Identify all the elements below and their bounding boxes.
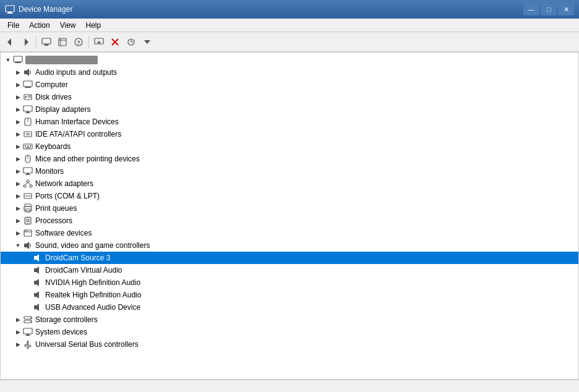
svg-point-50 xyxy=(24,185,26,187)
display-toggle[interactable]: ▶ xyxy=(13,104,23,114)
network-toggle[interactable]: ▶ xyxy=(13,179,23,189)
list-item-disk[interactable]: ▶ Disk drives xyxy=(1,91,578,103)
display-icon xyxy=(23,104,33,114)
print-toggle[interactable]: ▶ xyxy=(13,203,23,213)
list-item-droidcam-src[interactable]: DroidCam Source 3 xyxy=(1,252,578,264)
maximize-button[interactable]: □ xyxy=(541,3,557,15)
sound-toggle[interactable]: ▼ xyxy=(13,241,23,250)
forward-button[interactable] xyxy=(19,35,33,49)
system-label: System devices xyxy=(35,328,87,336)
list-item-sound[interactable]: ▼ Sound, video and game controllers xyxy=(1,239,578,252)
list-item-display[interactable]: ▶ Display adapters xyxy=(1,103,578,116)
svg-rect-24 xyxy=(24,81,32,87)
toolbar: ? xyxy=(0,32,579,52)
svg-rect-73 xyxy=(24,244,27,247)
app-icon xyxy=(5,4,15,14)
list-item-hid[interactable]: ▶ Human Interface Devices xyxy=(1,116,578,128)
list-item-print[interactable]: ▶ Print queues xyxy=(1,202,578,215)
storage-toggle[interactable]: ▶ xyxy=(13,315,23,325)
update-driver-button[interactable] xyxy=(92,35,106,49)
list-item-nvidia[interactable]: NVIDIA High Definition Audio xyxy=(1,276,578,289)
back-button[interactable] xyxy=(2,35,17,49)
properties-button[interactable]: ? xyxy=(71,35,86,49)
root-toggle[interactable]: ▼ xyxy=(3,55,13,65)
status-bar xyxy=(0,380,579,392)
mice-toggle[interactable]: ▶ xyxy=(13,154,23,164)
tree-root[interactable]: ▼ DESKTOP-XXXXXXX xyxy=(1,54,578,66)
keyboard-icon xyxy=(23,142,33,151)
list-item-monitors[interactable]: ▶ Monitors xyxy=(1,165,578,177)
processors-toggle[interactable]: ▶ xyxy=(13,216,23,226)
svg-point-51 xyxy=(30,185,32,187)
svg-rect-6 xyxy=(44,44,49,45)
ports-toggle[interactable]: ▶ xyxy=(13,191,23,201)
add-legacy-button[interactable] xyxy=(140,35,155,49)
svg-line-53 xyxy=(28,182,31,185)
svg-rect-25 xyxy=(25,87,30,87)
svg-rect-7 xyxy=(45,45,48,46)
main-content: ▼ DESKTOP-XXXXXXX ▶ Audio inputs and xyxy=(0,52,579,380)
droidcam-audio-icon xyxy=(33,265,43,275)
svg-point-87 xyxy=(30,317,32,318)
usb-toggle[interactable]: ▶ xyxy=(13,339,23,349)
droidcam-src-label: DroidCam Source 3 xyxy=(45,254,110,262)
svg-line-52 xyxy=(25,182,28,185)
svg-rect-22 xyxy=(24,70,27,74)
list-item-network[interactable]: ▶ Network adapters xyxy=(1,177,578,190)
mouse-icon xyxy=(23,154,33,164)
svg-rect-47 xyxy=(27,173,29,174)
minimize-button[interactable]: — xyxy=(523,3,539,15)
svg-rect-43 xyxy=(25,147,30,148)
sound-icon xyxy=(23,241,33,250)
svg-marker-23 xyxy=(27,69,29,76)
monitors-toggle[interactable]: ▶ xyxy=(13,166,23,176)
device-tree: ▼ DESKTOP-XXXXXXX ▶ Audio inputs and xyxy=(1,53,578,379)
svg-rect-0 xyxy=(6,6,14,12)
computer-toggle[interactable]: ▶ xyxy=(13,80,23,90)
menu-help[interactable]: Help xyxy=(81,20,106,31)
ide-toggle[interactable]: ▶ xyxy=(13,129,23,139)
list-item-storage[interactable]: ▶ Storage controllers xyxy=(1,313,578,326)
audio-toggle[interactable]: ▶ xyxy=(13,67,23,77)
disk-toggle[interactable]: ▶ xyxy=(13,92,23,102)
scan-button[interactable] xyxy=(124,35,139,49)
close-button[interactable]: ✕ xyxy=(558,3,574,15)
svg-marker-18 xyxy=(144,40,150,44)
list-item-keyboards[interactable]: ▶ Keyboards xyxy=(1,140,578,153)
usb-audio-label: USB Advanced Audio Device xyxy=(45,303,140,312)
hid-toggle[interactable]: ▶ xyxy=(13,117,23,127)
ports-label: Ports (COM & LPT) xyxy=(35,192,100,200)
list-item-mice[interactable]: ▶ Mice and other pointing devices xyxy=(1,153,578,165)
list-item-system[interactable]: ▶ System devices xyxy=(1,326,578,338)
storage-icon xyxy=(23,315,33,325)
svg-rect-5 xyxy=(42,38,51,44)
list-item-realtek[interactable]: Realtek High Definition Audio xyxy=(1,289,578,301)
system-toggle[interactable]: ▶ xyxy=(13,327,23,337)
list-item-droidcam-audio[interactable]: DroidCam Virtual Audio xyxy=(1,264,578,276)
software-toggle[interactable]: ▶ xyxy=(13,228,23,238)
list-item-usb[interactable]: ▶ Universal Serial Bus controllers xyxy=(1,338,578,351)
keyboards-toggle[interactable]: ▶ xyxy=(13,142,23,151)
svg-rect-81 xyxy=(34,293,36,297)
list-item-ports[interactable]: ▶ Ports (COM & LPT) xyxy=(1,190,578,202)
root-computer-icon xyxy=(13,55,23,65)
list-item-software[interactable]: ▶ Software devices xyxy=(1,227,578,239)
view-resources-button[interactable] xyxy=(55,35,70,49)
droidcam-src-icon xyxy=(33,253,43,263)
show-hide-button[interactable] xyxy=(39,35,54,49)
menu-view[interactable]: View xyxy=(55,20,81,31)
list-item-ide[interactable]: ▶ IDE ATA/ATAPI controllers xyxy=(1,128,578,140)
svg-marker-3 xyxy=(7,38,11,46)
list-item-audio[interactable]: ▶ Audio inputs and outputs xyxy=(1,66,578,79)
menu-action[interactable]: Action xyxy=(24,20,54,31)
list-item-processors[interactable]: ▶ Processors xyxy=(1,215,578,227)
svg-point-49 xyxy=(27,180,29,182)
list-item-usb-audio[interactable]: USB Advanced Audio Device xyxy=(1,301,578,313)
svg-marker-76 xyxy=(36,254,39,262)
svg-rect-48 xyxy=(25,174,30,175)
title-bar: Device Manager — □ ✕ xyxy=(0,0,579,19)
list-item-computer[interactable]: ▶ Computer xyxy=(1,79,578,91)
monitor-icon xyxy=(23,166,33,176)
menu-file[interactable]: File xyxy=(2,20,24,31)
uninstall-button[interactable] xyxy=(108,35,122,49)
